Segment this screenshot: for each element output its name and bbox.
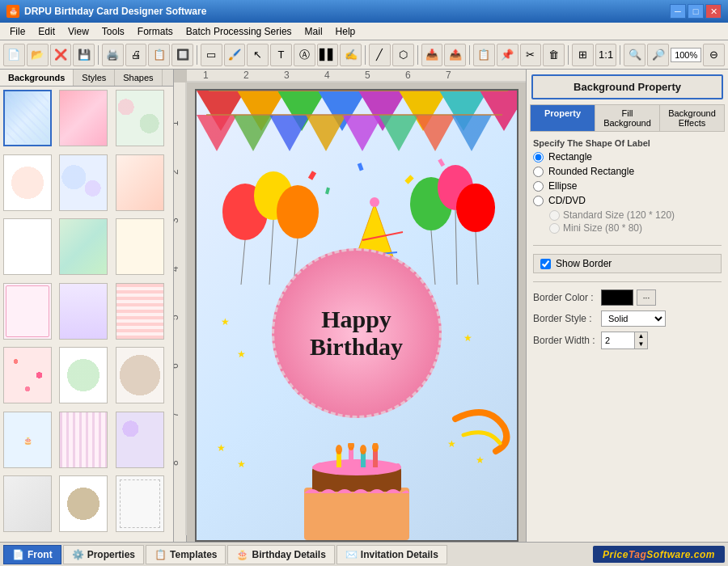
arrow-button[interactable]: ↖ — [247, 44, 269, 66]
thumb-5[interactable] — [59, 154, 108, 211]
zoom-out-button[interactable]: 🔎 — [647, 44, 669, 66]
minimize-button[interactable]: ─ — [670, 4, 686, 19]
thumb-3[interactable] — [116, 90, 164, 146]
thumb-20[interactable] — [59, 475, 108, 532]
border-style-select[interactable]: Solid Dashed Dotted Double — [601, 310, 666, 327]
cd-dvd-radio[interactable] — [533, 196, 544, 206]
border-width-input[interactable]: 2 — [602, 332, 634, 348]
thumb-18[interactable] — [116, 412, 164, 468]
menu-edit[interactable]: Edit — [32, 24, 61, 39]
thumb-17[interactable] — [59, 412, 108, 468]
svg-text:2: 2 — [243, 70, 249, 81]
tab-backgrounds[interactable]: Backgrounds — [0, 70, 74, 86]
close-button[interactable]: ✕ — [705, 4, 722, 19]
delete-button[interactable]: 🗑 — [543, 44, 565, 66]
line-button[interactable]: ╱ — [369, 44, 391, 66]
tab-styles[interactable]: Styles — [74, 70, 115, 86]
menu-batch[interactable]: Batch Processing Series — [180, 24, 298, 39]
birthday-circle: Happy Birthday — [272, 248, 442, 418]
thumb-10[interactable] — [3, 283, 52, 340]
import-button[interactable]: 📥 — [421, 44, 443, 66]
spin-down-button[interactable]: ▼ — [634, 340, 647, 348]
preview2-button[interactable]: 🔲 — [171, 44, 193, 66]
invitation-details-button[interactable]: ✉️ Invitation Details — [336, 545, 447, 564]
table-button[interactable]: ⊞ — [572, 44, 594, 66]
thumb-6[interactable] — [116, 154, 164, 211]
thumb-14[interactable] — [59, 347, 108, 403]
tab-property[interactable]: Property — [531, 105, 595, 131]
cd-standard-radio[interactable] — [549, 210, 560, 221]
radio-rounded-rect[interactable]: Rounded Rectangle — [533, 166, 722, 177]
thumb-16[interactable]: 🎂 — [3, 412, 52, 468]
thumb-19[interactable] — [3, 475, 52, 532]
menu-view[interactable]: View — [61, 24, 95, 39]
thumb-9[interactable] — [116, 218, 164, 275]
menu-mail[interactable]: Mail — [298, 24, 329, 39]
tab-background-effects[interactable]: Background Effects — [660, 105, 724, 131]
maximize-button[interactable]: □ — [688, 4, 704, 19]
print2-button[interactable]: 🖨 — [125, 44, 147, 66]
title-bar-controls[interactable]: ─ □ ✕ — [670, 4, 722, 19]
poly-button[interactable]: ⬡ — [392, 44, 414, 66]
paste-button[interactable]: 📌 — [497, 44, 518, 66]
thumb-2[interactable] — [59, 90, 108, 146]
properties-button[interactable]: ⚙️ Properties — [63, 545, 144, 564]
spin-up-button[interactable]: ▲ — [634, 332, 647, 340]
card-canvas[interactable]: ★ ★ ★ Happy Birthday — [195, 89, 518, 542]
new-button[interactable]: 📄 — [3, 44, 25, 66]
zoom-in-button[interactable]: 🔍 — [624, 44, 645, 66]
svg-text:8: 8 — [174, 460, 180, 466]
barcode-button[interactable]: ▋▋ — [317, 44, 339, 66]
ratio-button[interactable]: 1:1 — [595, 44, 617, 66]
show-border-row[interactable]: Show Border — [533, 254, 722, 273]
rectangle-radio[interactable] — [533, 152, 544, 163]
text-button[interactable]: T — [270, 44, 292, 66]
cd-mini-option[interactable]: Mini Size (80 * 80) — [549, 222, 722, 234]
export-button[interactable]: 💾 — [73, 44, 95, 66]
cd-standard-option[interactable]: Standard Size (120 * 120) — [549, 209, 722, 221]
menu-formats[interactable]: Formats — [131, 24, 180, 39]
menu-file[interactable]: File — [3, 24, 32, 39]
shape-button[interactable]: ▭ — [201, 44, 222, 66]
cd-mini-radio[interactable] — [549, 223, 560, 234]
svg-text:★: ★ — [237, 458, 246, 470]
birthday-details-button[interactable]: 🎂 Birthday Details — [227, 545, 334, 564]
thumb-1[interactable] — [3, 90, 52, 146]
radio-rectangle[interactable]: Rectangle — [533, 151, 722, 163]
cut-button[interactable]: ✂ — [520, 44, 542, 66]
border-color-picker-button[interactable]: ··· — [637, 289, 656, 306]
menu-help[interactable]: Help — [329, 24, 362, 39]
show-border-label[interactable]: Show Border — [556, 258, 612, 269]
export2-button[interactable]: 📤 — [444, 44, 466, 66]
ellipse-radio[interactable] — [533, 181, 544, 192]
signature-button[interactable]: ✍ — [340, 44, 362, 66]
thumb-11[interactable] — [59, 283, 108, 340]
thumb-8[interactable] — [59, 218, 108, 275]
preview-button[interactable]: 📋 — [148, 44, 170, 66]
print-button[interactable]: 🖨️ — [102, 44, 124, 66]
thumb-4[interactable] — [3, 154, 52, 211]
open-button[interactable]: 📂 — [27, 44, 49, 66]
templates-button[interactable]: 📋 Templates — [146, 545, 226, 564]
thumb-13[interactable] — [3, 347, 52, 403]
thumb-15[interactable] — [116, 347, 164, 403]
menu-tools[interactable]: Tools — [95, 24, 131, 39]
svg-text:6: 6 — [174, 363, 180, 369]
show-border-checkbox[interactable] — [540, 259, 551, 269]
birthday-details-label: Birthday Details — [252, 549, 325, 560]
thumb-12[interactable] — [116, 283, 164, 340]
zoom-fit-button[interactable]: ⊖ — [703, 44, 725, 66]
thumb-21[interactable] — [116, 475, 164, 532]
tab-shapes[interactable]: Shapes — [115, 70, 162, 86]
rounded-rect-radio[interactable] — [533, 167, 544, 177]
save-button[interactable]: ❌ — [50, 44, 72, 66]
border-color-swatch[interactable] — [601, 289, 633, 306]
thumb-7[interactable] — [3, 218, 52, 275]
paint-button[interactable]: 🖌️ — [224, 44, 246, 66]
radio-ellipse[interactable]: Ellipse — [533, 180, 722, 192]
copy-button[interactable]: 📋 — [473, 44, 495, 66]
front-button[interactable]: 📄 Front — [3, 545, 61, 564]
tab-fill-background[interactable]: Fill Background — [595, 105, 660, 131]
wordart-button[interactable]: Ⓐ — [294, 44, 315, 66]
radio-cd-dvd[interactable]: CD/DVD — [533, 195, 722, 206]
